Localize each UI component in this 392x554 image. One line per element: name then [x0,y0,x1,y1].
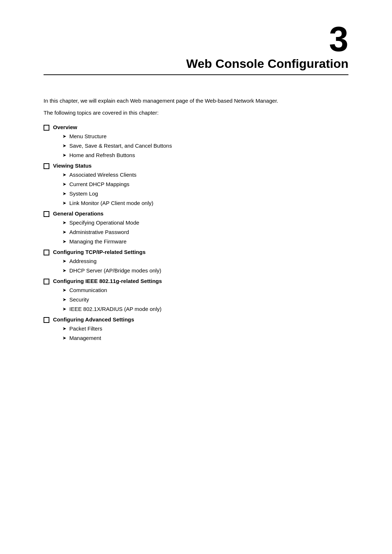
toc-heading: Configuring TCP/IP-related Settings [44,249,348,255]
toc-section: Overview➤Menu Structure➤Save, Save & Res… [44,124,348,160]
toc-section: Configuring IEEE 802.11g-related Setting… [44,278,348,313]
chapter-number: 3 [44,22,348,57]
list-item: ➤Menu Structure [62,132,348,141]
toc-sublist: ➤Menu Structure➤Save, Save & Restart, an… [62,132,348,160]
list-item: ➤Current DHCP Mappings [62,180,348,189]
list-item-text: IEEE 802.1X/RADIUS (AP mode only) [69,305,162,313]
list-item-text: Link Monitor (AP Client mode only) [69,199,154,208]
checkbox-icon [44,125,49,131]
list-item: ➤Addressing [62,257,348,266]
table-of-contents: Overview➤Menu Structure➤Save, Save & Res… [44,124,348,342]
arrow-icon: ➤ [62,200,66,207]
list-item-text: Home and Refresh Buttons [69,151,135,160]
arrow-icon: ➤ [62,296,66,304]
arrow-icon: ➤ [62,219,66,227]
toc-sublist: ➤Associated Wireless Clients➤Current DHC… [62,171,348,208]
toc-section: Configuring Advanced Settings➤Packet Fil… [44,316,348,342]
toc-heading: Overview [44,124,348,131]
checkbox-icon [44,317,49,323]
toc-section: Configuring TCP/IP-related Settings➤Addr… [44,249,348,275]
intro-line2: The following topics are covered in this… [44,109,348,117]
toc-heading-text: Overview [53,124,77,130]
arrow-icon: ➤ [62,238,66,246]
list-item-text: Current DHCP Mappings [69,180,130,189]
list-item-text: DHCP Server (AP/Bridge modes only) [69,266,161,275]
arrow-icon: ➤ [62,142,66,150]
toc-heading: Configuring Advanced Settings [44,316,348,323]
toc-heading-text: Configuring Advanced Settings [53,316,134,323]
chapter-title: Web Console Configuration [44,57,348,75]
list-item-text: Save, Save & Restart, and Cancel Buttons [69,141,172,150]
toc-heading: General Operations [44,210,348,217]
list-item: ➤Management [62,334,348,342]
toc-heading-text: Viewing Status [53,163,91,169]
toc-sublist: ➤Addressing➤DHCP Server (AP/Bridge modes… [62,257,348,275]
list-item-text: Managing the Firmware [69,237,127,246]
list-item: ➤IEEE 802.1X/RADIUS (AP mode only) [62,305,348,313]
list-item: ➤System Log [62,189,348,198]
list-item-text: Communication [69,286,107,295]
toc-heading-text: Configuring IEEE 802.11g-related Setting… [53,278,162,284]
intro-line1: In this chapter, we will explain each We… [44,97,348,105]
toc-section: Viewing Status➤Associated Wireless Clien… [44,163,348,208]
toc-heading-text: Configuring TCP/IP-related Settings [53,249,146,255]
arrow-icon: ➤ [62,133,66,140]
list-item: ➤Security [62,295,348,304]
list-item: ➤Save, Save & Restart, and Cancel Button… [62,141,348,150]
arrow-icon: ➤ [62,258,66,265]
toc-heading-text: General Operations [53,210,103,217]
list-item: ➤Packet Filters [62,324,348,333]
checkbox-icon [44,279,49,284]
list-item-text: Administrative Password [69,228,129,237]
list-item: ➤Communication [62,286,348,295]
arrow-icon: ➤ [62,190,66,198]
checkbox-icon [44,163,49,169]
list-item-text: Specifying Operational Mode [69,218,139,227]
list-item: ➤Link Monitor (AP Client mode only) [62,199,348,208]
toc-sublist: ➤Packet Filters➤Management [62,324,348,342]
list-item-text: System Log [69,189,98,198]
page: 3 Web Console Configuration In this chap… [0,0,392,554]
list-item: ➤Administrative Password [62,228,348,237]
list-item-text: Packet Filters [69,324,102,333]
toc-heading: Configuring IEEE 802.11g-related Setting… [44,278,348,284]
checkbox-icon [44,211,49,217]
list-item-text: Associated Wireless Clients [69,171,136,179]
list-item: ➤Associated Wireless Clients [62,171,348,179]
arrow-icon: ➤ [62,305,66,313]
toc-section: General Operations➤Specifying Operationa… [44,210,348,246]
list-item: ➤DHCP Server (AP/Bridge modes only) [62,266,348,275]
arrow-icon: ➤ [62,267,66,275]
list-item-text: Addressing [69,257,97,266]
arrow-icon: ➤ [62,171,66,179]
list-item-text: Menu Structure [69,132,107,141]
list-item-text: Security [69,295,89,304]
arrow-icon: ➤ [62,152,66,159]
arrow-icon: ➤ [62,335,66,342]
list-item: ➤Home and Refresh Buttons [62,151,348,160]
list-item: ➤Managing the Firmware [62,237,348,246]
arrow-icon: ➤ [62,181,66,188]
arrow-icon: ➤ [62,229,66,236]
arrow-icon: ➤ [62,325,66,333]
list-item-text: Management [69,334,101,342]
toc-sublist: ➤Communication➤Security➤IEEE 802.1X/RADI… [62,286,348,313]
toc-heading: Viewing Status [44,163,348,169]
list-item: ➤Specifying Operational Mode [62,218,348,227]
checkbox-icon [44,250,49,255]
toc-sublist: ➤Specifying Operational Mode➤Administrat… [62,218,348,246]
arrow-icon: ➤ [62,287,66,294]
